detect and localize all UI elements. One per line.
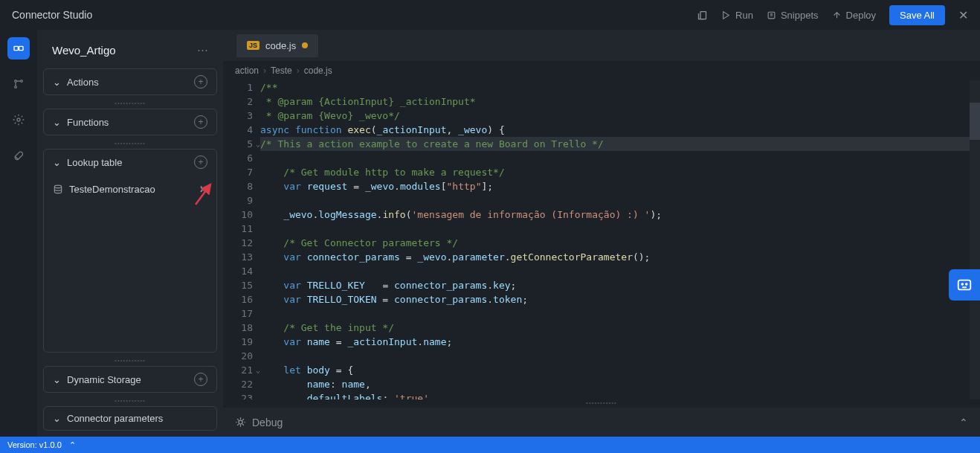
- help-widget[interactable]: [949, 269, 980, 301]
- version-bar: Version: v1.0.0 ⌃: [0, 437, 980, 453]
- snippets-button[interactable]: Snippets: [767, 10, 819, 21]
- panel-lookup-label: Lookup table: [67, 157, 122, 168]
- svg-rect-4: [19, 46, 23, 50]
- svg-marker-1: [723, 11, 729, 19]
- breadcrumb: action › Teste › code.js: [223, 61, 980, 80]
- svg-point-5: [15, 80, 17, 83]
- debug-label: Debug: [252, 417, 283, 428]
- svg-rect-0: [700, 11, 706, 19]
- add-storage-button[interactable]: +: [194, 373, 207, 386]
- panel-actions-label: Actions: [67, 77, 99, 88]
- js-badge-icon: JS: [247, 41, 259, 50]
- delete-lookup-icon[interactable]: ✕: [199, 184, 207, 195]
- svg-point-9: [54, 185, 61, 188]
- project-name: Wevo_Artigo: [52, 44, 116, 57]
- panel-functions: ⌄Functions +: [43, 109, 217, 135]
- svg-point-10: [239, 420, 242, 424]
- dirty-indicator-icon: [302, 42, 308, 48]
- tab-filename: code.js: [265, 40, 296, 51]
- chevron-down-icon: ⌄: [53, 413, 61, 424]
- branch-icon[interactable]: [7, 73, 30, 95]
- svg-point-7: [21, 80, 23, 83]
- close-icon[interactable]: ✕: [958, 8, 968, 22]
- topbar-actions: Run Snippets Deploy Save All ✕: [697, 5, 968, 25]
- app-title: Connector Studio: [12, 9, 92, 21]
- chevron-up-icon[interactable]: ⌃: [959, 417, 968, 428]
- svg-point-13: [966, 283, 967, 285]
- add-function-button[interactable]: +: [194, 115, 207, 129]
- panel-dynamic-storage-header[interactable]: ⌄Dynamic Storage +: [44, 367, 216, 392]
- gear-icon[interactable]: [7, 109, 30, 131]
- rocket-icon[interactable]: [7, 144, 30, 167]
- add-lookup-button[interactable]: +: [194, 155, 207, 169]
- connector-icon[interactable]: [7, 37, 30, 60]
- chevron-down-icon: ⌄: [53, 117, 61, 128]
- panel-connector-params: ⌄Connector parameters: [43, 406, 217, 431]
- line-gutter: 1234567891011121314151617181920212223: [223, 80, 260, 399]
- svg-point-12: [961, 283, 963, 285]
- chevron-down-icon: ⌄: [53, 374, 61, 385]
- panel-dynamic-storage-label: Dynamic Storage: [67, 374, 141, 385]
- lookup-body: TesteDemonstracao ✕: [44, 175, 216, 204]
- panel-lookup-header[interactable]: ⌄Lookup table +: [44, 150, 216, 175]
- chevron-right-icon: ›: [263, 65, 266, 76]
- run-label: Run: [735, 10, 753, 21]
- add-action-button[interactable]: +: [194, 75, 207, 89]
- minimap[interactable]: [970, 80, 980, 399]
- breadcrumb-item[interactable]: code.js: [304, 65, 332, 76]
- save-all-button[interactable]: Save All: [889, 5, 945, 25]
- breadcrumb-item[interactable]: action: [235, 65, 259, 76]
- minimap-thumb[interactable]: [970, 103, 980, 140]
- chevron-down-icon: ⌄: [53, 157, 61, 168]
- panel-connector-params-header[interactable]: ⌄Connector parameters: [44, 407, 216, 430]
- bug-icon: [235, 417, 246, 428]
- panel-lookup: ⌄Lookup table + TesteDemonstracao ✕: [43, 149, 217, 353]
- chevron-down-icon: ⌄: [53, 77, 61, 88]
- lookup-item-name: TesteDemonstracao: [69, 184, 155, 195]
- panel-functions-header[interactable]: ⌄Functions +: [44, 109, 216, 135]
- project-menu-icon[interactable]: ⋯: [197, 43, 208, 57]
- svg-point-6: [15, 86, 17, 89]
- panel-actions-header[interactable]: ⌄Actions +: [44, 69, 216, 94]
- lookup-item[interactable]: TesteDemonstracao ✕: [44, 178, 216, 201]
- deploy-label: Deploy: [846, 10, 876, 21]
- separator: •••••••••••: [43, 357, 217, 362]
- panel-connector-params-label: Connector parameters: [67, 413, 163, 424]
- snippets-label: Snippets: [781, 10, 819, 21]
- project-header: Wevo_Artigo ⋯: [43, 36, 217, 64]
- svg-rect-3: [14, 46, 18, 50]
- separator: •••••••••••: [43, 397, 217, 402]
- clipboard-icon[interactable]: [697, 10, 708, 21]
- panel-dynamic-storage: ⌄Dynamic Storage +: [43, 366, 217, 393]
- breadcrumb-item[interactable]: Teste: [271, 65, 292, 76]
- separator: •••••••••••: [43, 140, 217, 144]
- database-icon: [53, 184, 63, 195]
- debug-bar[interactable]: Debug ⌃: [223, 407, 980, 437]
- icon-sidebar: [0, 30, 37, 437]
- tab-bar: JS code.js: [223, 30, 980, 61]
- chevron-up-icon[interactable]: ⌃: [69, 440, 76, 450]
- main-region: Wevo_Artigo ⋯ ⌄Actions + ••••••••••• ⌄Fu…: [0, 30, 980, 437]
- topbar: Connector Studio Run Snippets Deploy Sav…: [0, 0, 980, 30]
- app-root: Connector Studio Run Snippets Deploy Sav…: [0, 0, 980, 453]
- code-body[interactable]: /** * @param {ActionInput} _actionInput*…: [260, 80, 980, 399]
- separator: •••••••••••: [43, 100, 217, 104]
- deploy-button[interactable]: Deploy: [832, 10, 876, 21]
- chevron-right-icon: ›: [297, 65, 300, 76]
- panel-functions-label: Functions: [67, 117, 109, 128]
- code-editor[interactable]: 1234567891011121314151617181920212223 /*…: [223, 80, 980, 399]
- svg-rect-11: [958, 280, 971, 290]
- resize-handle[interactable]: •••••••••••: [223, 399, 980, 407]
- tab-code-js[interactable]: JS code.js: [236, 34, 318, 57]
- sidebar: Wevo_Artigo ⋯ ⌄Actions + ••••••••••• ⌄Fu…: [37, 30, 223, 437]
- version-label: Version: v1.0.0: [7, 440, 62, 449]
- svg-point-8: [17, 118, 20, 121]
- panel-actions: ⌄Actions +: [43, 68, 217, 95]
- editor-area: JS code.js action › Teste › code.js 1234…: [223, 30, 980, 437]
- run-button[interactable]: Run: [721, 10, 753, 21]
